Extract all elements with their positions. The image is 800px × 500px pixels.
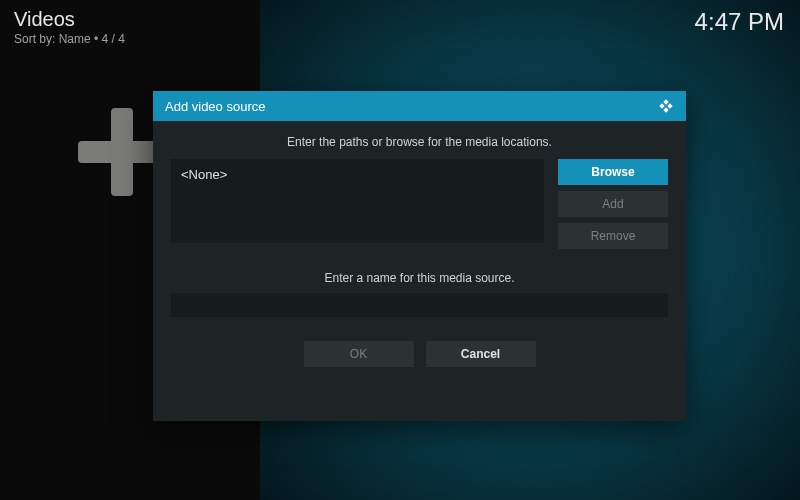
clock: 4:47 PM <box>695 8 784 36</box>
source-name-input[interactable] <box>171 293 668 317</box>
sort-status: Sort by: Name • 4 / 4 <box>14 32 125 46</box>
dialog-header: Add video source <box>153 91 686 121</box>
browse-button[interactable]: Browse <box>558 159 668 185</box>
add-video-source-dialog: Add video source Enter the paths or brow… <box>153 91 686 421</box>
dialog-title: Add video source <box>165 99 265 114</box>
paths-instruction: Enter the paths or browse for the media … <box>153 135 686 149</box>
sort-separator: • <box>94 32 98 46</box>
add-path-button[interactable]: Add <box>558 191 668 217</box>
path-value: <None> <box>181 167 534 182</box>
remove-path-button[interactable]: Remove <box>558 223 668 249</box>
plus-icon <box>111 108 133 196</box>
sort-label: Sort by: Name <box>14 32 91 46</box>
sort-count: 4 / 4 <box>102 32 125 46</box>
name-instruction: Enter a name for this media source. <box>153 271 686 285</box>
kodi-icon <box>658 98 674 114</box>
page-title: Videos <box>14 8 75 31</box>
path-list[interactable]: <None> <box>171 159 544 243</box>
cancel-button[interactable]: Cancel <box>426 341 536 367</box>
ok-button[interactable]: OK <box>304 341 414 367</box>
